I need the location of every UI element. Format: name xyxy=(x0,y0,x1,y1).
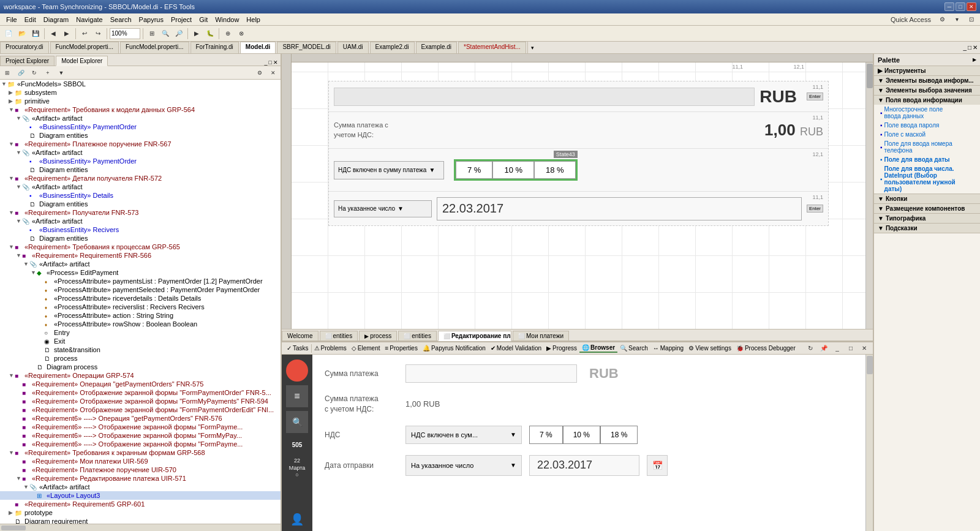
diagram-white-area[interactable]: 11,1 12,1 RUB Enter xyxy=(292,62,865,329)
editor-minimize-btn[interactable]: _ xyxy=(963,44,967,51)
tree-item[interactable]: ■ «Requirement6» ----> Отображение экран… xyxy=(0,431,281,440)
tree-item[interactable]: ▼ ■ «Requirement» Детали получателя FNR-… xyxy=(0,174,281,183)
palette-section-input-header[interactable]: ▼ Поля ввода информации xyxy=(874,96,980,105)
papyrus-notification-tab[interactable]: 🔔 Papyrus Notification xyxy=(420,344,488,352)
diagram-date-input[interactable]: 22.03.2017 xyxy=(437,197,802,220)
canvas-vscrollbar[interactable] xyxy=(865,62,873,329)
quick-access-btn2[interactable]: ▾ xyxy=(951,13,963,26)
diagram-tab-my-payments[interactable]: ⬜Мои платежи xyxy=(513,331,569,341)
tree-item[interactable]: ▪ «BusinessEntity» PaymentOrder xyxy=(0,122,281,131)
toolbar-undo-btn[interactable]: ↩ xyxy=(78,28,91,40)
bottom-close-btn[interactable]: ✕ xyxy=(858,342,870,355)
menu-papyrus[interactable]: Papyrus xyxy=(135,15,167,24)
element-tab[interactable]: ◇ Element xyxy=(349,344,383,352)
palette-section-buttons-header[interactable]: ▼ Кнопки xyxy=(874,194,980,203)
menu-edit[interactable]: Edit xyxy=(21,15,40,24)
tab-sbrf[interactable]: SBRF_MODEL.di xyxy=(277,42,336,53)
tree-item[interactable]: ▶ 📁 prototype xyxy=(0,508,281,517)
browser-vat-7-btn[interactable]: 7 % xyxy=(529,426,563,444)
tree-item[interactable]: ▼ 📎 «Artifact» artifact xyxy=(0,260,281,268)
tree-item[interactable]: ▼ 📎 «Artifact» artifact xyxy=(0,183,281,191)
menu-window[interactable]: Window xyxy=(211,15,243,24)
tree-item[interactable]: ⬧ «ProcessAttribute» action : String Str… xyxy=(0,311,281,320)
tree-item[interactable]: 🗋 Diagram process xyxy=(0,363,281,371)
tree-item[interactable]: ▶ 📁 subsystem xyxy=(0,88,281,97)
palette-section-layout-header[interactable]: ▼ Размещение компонентов xyxy=(874,204,980,213)
tab-uam[interactable]: UAM.di xyxy=(337,42,369,53)
tree-item[interactable]: 🗋 Diagram entities xyxy=(0,131,281,140)
tree-link-btn[interactable]: 🔗 xyxy=(15,67,27,79)
diagram-tab-entities1[interactable]: ⬜entities xyxy=(320,331,358,341)
left-panel-close[interactable]: ✕ xyxy=(273,59,278,66)
tree-item[interactable]: ■ «Requirement» Операция "getPaymentOrde… xyxy=(0,380,281,388)
toolbar-run-btn[interactable]: ▶ xyxy=(190,28,203,40)
tree-item[interactable]: ■ «Requirement6» ----> Операция "getPaym… xyxy=(0,414,281,423)
toolbar-back-btn[interactable]: ◀ xyxy=(47,28,59,40)
browser-red-btn[interactable] xyxy=(286,360,308,382)
tab-funcmodel2[interactable]: FuncModel.properti... xyxy=(120,42,189,53)
browser-vat-10-btn[interactable]: 10 % xyxy=(563,426,600,444)
palette-arrow-icon[interactable]: ▸ xyxy=(973,56,976,64)
menu-git[interactable]: Git xyxy=(195,15,211,24)
tree-item[interactable]: ■ «Requirement6» ----> Отображение экран… xyxy=(0,440,281,448)
tree-item[interactable]: ▼ 📎 «Artifact» artifact xyxy=(0,483,281,491)
left-panel-minimize[interactable]: _ xyxy=(265,59,268,66)
bottom-refresh-btn[interactable]: ↻ xyxy=(804,342,816,355)
bottom-minimize-btn[interactable]: _ xyxy=(831,342,843,355)
view-settings-tab[interactable]: ⚙ View settings xyxy=(686,344,734,352)
toolbar-debug-btn[interactable]: 🐛 xyxy=(204,28,216,40)
window-controls[interactable]: ─ □ ✕ xyxy=(944,2,976,11)
toolbar-zoom-out[interactable]: 🔎 xyxy=(173,28,185,40)
palette-item-date[interactable]: ▪ Поле для ввода даты xyxy=(874,155,980,164)
tree-item[interactable]: ▶ 📁 primitive xyxy=(0,97,281,105)
tree-hscrollbar[interactable] xyxy=(0,524,281,531)
tree-item[interactable]: ⬧ «ProcessAttribute» rowShow : Boolean B… xyxy=(0,320,281,328)
tree-item[interactable]: ▼ ■ «Requirement» Платежное поручение FN… xyxy=(0,140,281,148)
diagram-enter-btn2[interactable]: Enter xyxy=(807,205,823,213)
tree-item[interactable]: ▼ 📎 «Artifact» artifact xyxy=(0,114,281,122)
canvas-content[interactable]: 11,1 12,1 RUB Enter xyxy=(292,54,873,329)
palette-item-password[interactable]: ▪ Поле ввода пароля xyxy=(874,121,980,130)
tree-container[interactable]: ▼ 📁 «FuncModels» SBBOL ▶ 📁 subsystem ▶ 📁… xyxy=(0,80,281,524)
tree-item[interactable]: ▼ ■ «Requirement» Требования к экранным … xyxy=(0,448,281,457)
tree-item[interactable]: ▪ «BusinessEntity» Details xyxy=(0,191,281,200)
diagram-date-dropdown[interactable]: На указанное число ▼ xyxy=(334,200,432,217)
tab-fortraining[interactable]: ForTraining.di xyxy=(190,42,239,53)
browser-vat-dropdown[interactable]: НДС включен в сум... ▼ xyxy=(405,426,522,444)
tree-item[interactable]: ◉ Exit xyxy=(0,337,281,345)
properties-tab[interactable]: ≡ Properties xyxy=(383,344,420,352)
browser-user-btn[interactable]: 👤 xyxy=(290,513,304,526)
palette-section-typography-header[interactable]: ▼ Типографика xyxy=(874,214,980,223)
toolbar-zoom-in[interactable]: 🔍 xyxy=(159,28,172,40)
palette-section-instruments-header[interactable]: ▶ Инструменты xyxy=(874,66,980,75)
tab-example[interactable]: Example.di xyxy=(416,42,457,53)
palette-item-multiline[interactable]: ▪ Многострочное полеввода данных xyxy=(874,105,980,121)
menu-search[interactable]: Search xyxy=(107,15,135,24)
problems-tab[interactable]: ⚠ Problems xyxy=(312,344,349,352)
browser-search-btn[interactable]: 🔍 xyxy=(286,411,308,433)
minimize-button[interactable]: ─ xyxy=(944,2,954,11)
tree-item[interactable]: ▪ «BusinessEntity» Recivers xyxy=(0,225,281,234)
browser-calendar-btn[interactable]: 📅 xyxy=(647,455,668,476)
toolbar-btn-extra1[interactable]: ⊕ xyxy=(222,28,234,40)
tab-procuratory[interactable]: Procuratory.di xyxy=(0,42,49,53)
tree-collapse-btn[interactable]: ⊞ xyxy=(1,67,13,79)
diagram-tab-entities2[interactable]: ⬜entities xyxy=(398,331,437,341)
tree-item[interactable]: ▼ ◆ «Process» EditPayment xyxy=(0,268,281,277)
tree-item[interactable]: 🗋 state&transition xyxy=(0,345,281,354)
vat-10-btn[interactable]: 10 % xyxy=(492,161,534,179)
tree-item[interactable]: 🗋 Diagram requirement xyxy=(0,517,281,524)
process-debugger-tab[interactable]: 🐞 Process Debugger xyxy=(734,344,798,352)
tree-item[interactable]: ▼ 📎 «Artifact» artifact xyxy=(0,148,281,157)
toolbar-zoom-fit[interactable]: ⊞ xyxy=(146,28,158,40)
browser-tab[interactable]: 🌐 Browser xyxy=(579,344,617,353)
toolbar-open-btn[interactable]: 📂 xyxy=(16,28,28,40)
tree-item[interactable]: ▼ ■ «Requirement» Требования к процессам… xyxy=(0,243,281,251)
vat-7-btn[interactable]: 7 % xyxy=(456,161,492,179)
browser-menu-btn[interactable]: ≡ xyxy=(286,385,308,407)
palette-section-output-header[interactable]: ▼ Элементы вывода информ... xyxy=(874,76,980,85)
tree-item[interactable]: ⬧ «ProcessAttribute» paymentSelected : P… xyxy=(0,285,281,294)
tree-new-btn[interactable]: + xyxy=(42,67,54,79)
tree-item[interactable]: ▼ 📎 «Artifact» artifact xyxy=(0,217,281,225)
tree-item[interactable]: ■ «Requirement» Мои платежи UIR-569 xyxy=(0,457,281,465)
